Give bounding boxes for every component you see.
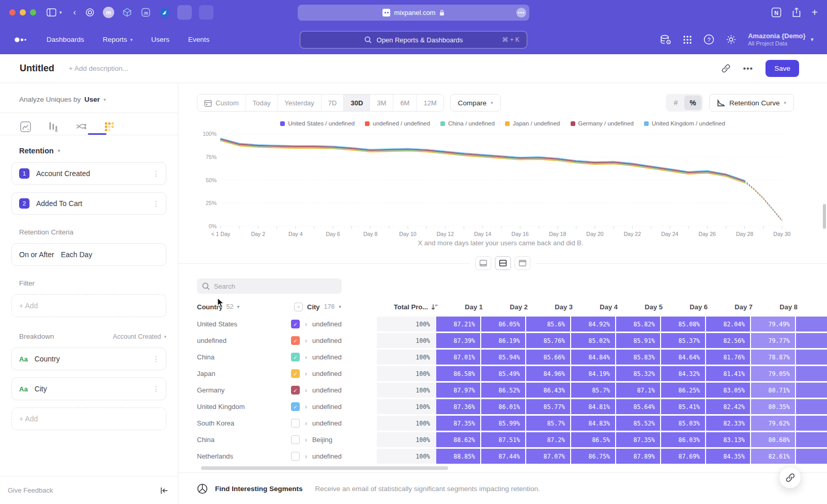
- nav-item-users[interactable]: Users: [151, 36, 170, 43]
- expand-chevron-icon[interactable]: ›: [305, 387, 307, 394]
- breakdown-card[interactable]: AaCountry⋮: [11, 348, 166, 370]
- window-controls[interactable]: [9, 9, 36, 15]
- give-feedback-link[interactable]: Give Feedback: [8, 486, 53, 494]
- nav-item-events[interactable]: Events: [188, 36, 209, 43]
- vertical-scrollbar[interactable]: [823, 204, 826, 229]
- nav-item-dashboards[interactable]: Dashboards: [47, 36, 84, 43]
- split-view-button[interactable]: [495, 256, 511, 270]
- save-button[interactable]: Save: [765, 60, 799, 77]
- retention-section-title[interactable]: Retention▾: [19, 147, 166, 155]
- kebab-menu-icon[interactable]: ⋮: [152, 385, 160, 393]
- range-custom[interactable]: Custom: [197, 94, 246, 111]
- tab-js-icon[interactable]: JS: [140, 7, 151, 18]
- add-breakdown-button[interactable]: + Add: [11, 407, 166, 430]
- share-icon[interactable]: [792, 7, 801, 18]
- report-title[interactable]: Untitled: [20, 63, 54, 74]
- day-column-header[interactable]: Day 3: [534, 303, 578, 311]
- settings-gear-icon[interactable]: [726, 34, 737, 45]
- tab-insights[interactable]: [18, 119, 33, 134]
- help-icon[interactable]: ?: [703, 34, 714, 45]
- notion-extension-icon[interactable]: N: [771, 7, 782, 18]
- country-column-header[interactable]: Country 52 ▾: [197, 303, 294, 311]
- kebab-menu-icon[interactable]: ⋮: [152, 199, 160, 208]
- row-checkbox[interactable]: ✓: [291, 369, 300, 378]
- breakdown-card[interactable]: AaCity⋮: [11, 377, 166, 400]
- retention-step-card[interactable]: 2Added To Cart⋮: [11, 192, 166, 215]
- new-tab-icon[interactable]: +: [811, 7, 818, 18]
- tab-mixpanel-icon[interactable]: [177, 5, 192, 20]
- row-checkbox[interactable]: [291, 452, 300, 461]
- kebab-menu-icon[interactable]: ⋮: [152, 169, 160, 178]
- range-7d[interactable]: 7D: [321, 94, 344, 111]
- analyze-uniques-row[interactable]: Analyze Uniques by User ▾: [19, 96, 166, 103]
- close-window-button[interactable]: [9, 9, 16, 15]
- table-search[interactable]: [197, 278, 342, 294]
- table-only-view-button[interactable]: [514, 256, 530, 270]
- horizontal-scrollbar[interactable]: [201, 466, 448, 470]
- expand-chevron-icon[interactable]: ›: [305, 403, 307, 411]
- range-30d[interactable]: 30D: [343, 94, 370, 111]
- total-column-header[interactable]: Total Pro...: [383, 303, 444, 311]
- day-column-header[interactable]: Day 1: [444, 303, 488, 311]
- page-settings-icon[interactable]: •••: [516, 8, 526, 18]
- address-bar[interactable]: mixpanel.com •••: [298, 5, 529, 21]
- expand-chevron-icon[interactable]: ›: [305, 420, 307, 427]
- mixpanel-logo[interactable]: [13, 36, 27, 43]
- tab-target-icon[interactable]: [84, 7, 96, 18]
- project-switcher[interactable]: Amazonia {Demo} All Project Data ▾: [748, 32, 814, 48]
- criteria-condition[interactable]: On or After: [19, 250, 54, 259]
- range-yesterday[interactable]: Yesterday: [278, 94, 321, 111]
- percent-toggle[interactable]: %: [684, 96, 701, 110]
- apps-grid-icon[interactable]: [683, 35, 692, 44]
- row-checkbox[interactable]: [291, 435, 300, 444]
- back-icon[interactable]: ‹: [73, 7, 76, 18]
- expand-chevron-icon[interactable]: ›: [305, 453, 307, 460]
- range-6m[interactable]: 6M: [393, 94, 416, 111]
- analyze-value-selector[interactable]: User: [84, 96, 100, 103]
- zoom-window-button[interactable]: [30, 9, 36, 15]
- tab-bird-icon[interactable]: [159, 7, 170, 18]
- nav-item-reports[interactable]: Reports▾: [103, 36, 133, 43]
- absolute-numbers-toggle[interactable]: #: [667, 96, 684, 110]
- floating-share-link-button[interactable]: [779, 466, 801, 489]
- data-management-icon[interactable]: [660, 35, 671, 45]
- city-column-header[interactable]: − City 176 ▾: [294, 303, 383, 311]
- compare-button[interactable]: Compare▾: [450, 94, 501, 112]
- chevron-down-icon[interactable]: ▾: [59, 10, 62, 15]
- range-12m[interactable]: 12M: [416, 94, 443, 111]
- tab-flows[interactable]: [73, 119, 89, 134]
- minimize-window-button[interactable]: [20, 9, 26, 15]
- row-checkbox[interactable]: ✓: [291, 336, 300, 345]
- table-search-input[interactable]: [214, 282, 336, 290]
- row-checkbox[interactable]: ✓: [291, 353, 300, 361]
- segments-title[interactable]: Find Interesting Segments: [215, 485, 303, 493]
- kebab-menu-icon[interactable]: ⋮: [152, 355, 160, 363]
- expand-chevron-icon[interactable]: ›: [305, 337, 307, 344]
- criteria-card[interactable]: On or After Each Day: [11, 243, 166, 266]
- range-today[interactable]: Today: [246, 94, 278, 111]
- select-all-checkbox[interactable]: −: [294, 303, 303, 311]
- retention-step-card[interactable]: 1Account Created⋮: [11, 162, 166, 185]
- tab-avatar-icon[interactable]: m: [103, 7, 114, 18]
- global-search-button[interactable]: Open Reports & Dashboards ⌘ + K: [300, 31, 527, 49]
- browser-sidebar-icon[interactable]: [47, 8, 56, 17]
- tab-retention-active[interactable]: [101, 119, 117, 134]
- tab-funnels[interactable]: [45, 119, 61, 134]
- tab-cube-icon[interactable]: [121, 7, 133, 18]
- copy-link-icon[interactable]: [722, 64, 730, 73]
- expand-chevron-icon[interactable]: ›: [305, 354, 307, 361]
- tab-soundcloud-icon[interactable]: [199, 5, 213, 20]
- chart-only-view-button[interactable]: [475, 256, 491, 270]
- breakdown-event-selector[interactable]: Account Created▾: [113, 333, 166, 340]
- chart-type-selector[interactable]: Retention Curve ▾: [709, 94, 794, 112]
- day-column-header[interactable]: Day 7: [714, 303, 758, 311]
- report-description-placeholder[interactable]: + Add description...: [69, 65, 128, 72]
- expand-chevron-icon[interactable]: ›: [305, 321, 307, 328]
- row-checkbox[interactable]: ✓: [291, 402, 300, 411]
- row-checkbox[interactable]: ✓: [291, 320, 300, 328]
- day-column-header[interactable]: Day 8: [759, 303, 803, 311]
- expand-chevron-icon[interactable]: ›: [305, 436, 307, 444]
- day-column-header[interactable]: Day 6: [669, 303, 713, 311]
- add-filter-button[interactable]: + Add: [11, 294, 166, 317]
- day-column-header[interactable]: Day 5: [624, 303, 668, 311]
